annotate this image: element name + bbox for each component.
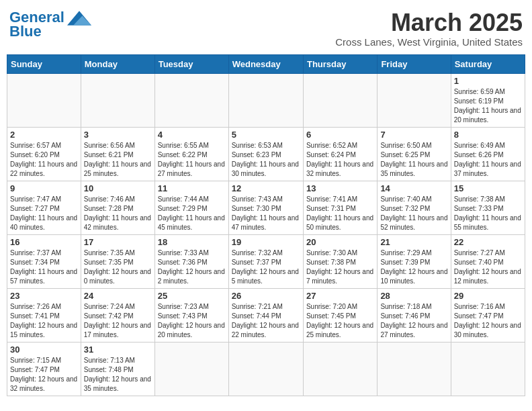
- weekday-header-friday: Friday: [378, 54, 451, 73]
- day-cell: 19Sunrise: 7:32 AM Sunset: 7:37 PM Dayli…: [228, 234, 303, 288]
- day-cell: 4Sunrise: 6:55 AM Sunset: 6:22 PM Daylig…: [154, 127, 228, 181]
- day-cell: 25Sunrise: 7:23 AM Sunset: 7:43 PM Dayli…: [154, 288, 228, 342]
- weekday-header-wednesday: Wednesday: [228, 54, 303, 73]
- day-info: Sunrise: 7:21 AM Sunset: 7:44 PM Dayligh…: [232, 302, 300, 340]
- day-cell: [303, 73, 377, 127]
- logo-icon: [67, 11, 91, 26]
- day-info: Sunrise: 6:56 AM Sunset: 6:21 PM Dayligh…: [84, 141, 152, 179]
- day-number: 4: [158, 130, 226, 140]
- day-cell: [154, 342, 228, 396]
- header: General Blue March 2025 Cross Lanes, Wes…: [7, 7, 525, 50]
- day-number: 11: [158, 183, 226, 193]
- day-cell: 27Sunrise: 7:20 AM Sunset: 7:45 PM Dayli…: [303, 288, 377, 342]
- day-info: Sunrise: 7:38 AM Sunset: 7:33 PM Dayligh…: [454, 195, 522, 232]
- day-cell: 5Sunrise: 6:53 AM Sunset: 6:23 PM Daylig…: [228, 127, 303, 181]
- day-cell: [154, 73, 228, 127]
- day-cell: 26Sunrise: 7:21 AM Sunset: 7:44 PM Dayli…: [228, 288, 303, 342]
- location-title: Cross Lanes, West Virginia, United State…: [335, 36, 523, 48]
- day-info: Sunrise: 7:26 AM Sunset: 7:41 PM Dayligh…: [10, 302, 78, 340]
- day-cell: 24Sunrise: 7:24 AM Sunset: 7:42 PM Dayli…: [81, 288, 154, 342]
- weekday-header-sunday: Sunday: [7, 54, 81, 73]
- weekday-header-row: SundayMondayTuesdayWednesdayThursdayFrid…: [7, 54, 525, 73]
- weekday-header-tuesday: Tuesday: [154, 54, 228, 73]
- day-number: 5: [232, 130, 300, 140]
- day-info: Sunrise: 7:47 AM Sunset: 7:27 PM Dayligh…: [10, 195, 78, 232]
- day-cell: 10Sunrise: 7:46 AM Sunset: 7:28 PM Dayli…: [81, 181, 154, 234]
- day-number: 15: [454, 183, 522, 193]
- day-info: Sunrise: 7:13 AM Sunset: 7:48 PM Dayligh…: [84, 356, 152, 394]
- day-cell: [378, 342, 451, 396]
- day-info: Sunrise: 7:32 AM Sunset: 7:37 PM Dayligh…: [232, 248, 300, 286]
- day-number: 10: [84, 183, 152, 193]
- day-info: Sunrise: 7:16 AM Sunset: 7:47 PM Dayligh…: [454, 302, 522, 340]
- day-info: Sunrise: 7:44 AM Sunset: 7:29 PM Dayligh…: [158, 195, 226, 232]
- day-cell: [378, 73, 451, 127]
- day-number: 28: [380, 291, 447, 301]
- day-number: 29: [454, 291, 522, 301]
- day-number: 25: [158, 291, 226, 301]
- day-cell: [228, 73, 303, 127]
- day-info: Sunrise: 7:33 AM Sunset: 7:36 PM Dayligh…: [158, 248, 226, 286]
- day-cell: 21Sunrise: 7:29 AM Sunset: 7:39 PM Dayli…: [378, 234, 451, 288]
- day-cell: 2Sunrise: 6:57 AM Sunset: 6:20 PM Daylig…: [7, 127, 81, 181]
- day-info: Sunrise: 7:27 AM Sunset: 7:40 PM Dayligh…: [454, 248, 522, 286]
- day-number: 3: [84, 130, 152, 140]
- day-cell: [81, 73, 154, 127]
- day-number: 1: [454, 76, 522, 86]
- day-info: Sunrise: 7:20 AM Sunset: 7:45 PM Dayligh…: [306, 302, 374, 340]
- day-info: Sunrise: 7:29 AM Sunset: 7:39 PM Dayligh…: [380, 248, 447, 286]
- day-number: 6: [306, 130, 374, 140]
- day-cell: 28Sunrise: 7:18 AM Sunset: 7:46 PM Dayli…: [378, 288, 451, 342]
- day-number: 7: [380, 130, 447, 140]
- week-row-3: 16Sunrise: 7:37 AM Sunset: 7:34 PM Dayli…: [7, 234, 525, 288]
- day-cell: [228, 342, 303, 396]
- day-cell: 6Sunrise: 6:52 AM Sunset: 6:24 PM Daylig…: [303, 127, 377, 181]
- week-row-1: 2Sunrise: 6:57 AM Sunset: 6:20 PM Daylig…: [7, 127, 525, 181]
- day-info: Sunrise: 6:57 AM Sunset: 6:20 PM Dayligh…: [10, 141, 78, 179]
- day-number: 19: [232, 237, 300, 247]
- weekday-header-thursday: Thursday: [303, 54, 377, 73]
- weekday-header-monday: Monday: [81, 54, 154, 73]
- day-number: 17: [84, 237, 152, 247]
- day-number: 27: [306, 291, 374, 301]
- day-cell: 31Sunrise: 7:13 AM Sunset: 7:48 PM Dayli…: [81, 342, 154, 396]
- day-info: Sunrise: 7:18 AM Sunset: 7:46 PM Dayligh…: [380, 302, 447, 340]
- day-cell: 20Sunrise: 7:30 AM Sunset: 7:38 PM Dayli…: [303, 234, 377, 288]
- day-cell: [303, 342, 377, 396]
- day-cell: 17Sunrise: 7:35 AM Sunset: 7:35 PM Dayli…: [81, 234, 154, 288]
- day-cell: 23Sunrise: 7:26 AM Sunset: 7:41 PM Dayli…: [7, 288, 81, 342]
- day-cell: 13Sunrise: 7:41 AM Sunset: 7:31 PM Dayli…: [303, 181, 377, 234]
- day-number: 23: [10, 291, 78, 301]
- day-number: 8: [454, 130, 522, 140]
- day-info: Sunrise: 7:24 AM Sunset: 7:42 PM Dayligh…: [84, 302, 152, 340]
- weekday-header-saturday: Saturday: [451, 54, 525, 73]
- day-number: 31: [84, 345, 152, 355]
- day-number: 2: [10, 130, 78, 140]
- month-title: March 2025: [335, 9, 523, 36]
- day-cell: 9Sunrise: 7:47 AM Sunset: 7:27 PM Daylig…: [7, 181, 81, 234]
- day-number: 30: [10, 345, 78, 355]
- day-number: 12: [232, 183, 300, 193]
- day-number: 21: [380, 237, 447, 247]
- day-cell: 29Sunrise: 7:16 AM Sunset: 7:47 PM Dayli…: [451, 288, 525, 342]
- day-cell: 14Sunrise: 7:40 AM Sunset: 7:32 PM Dayli…: [378, 181, 451, 234]
- week-row-0: 1Sunrise: 6:59 AM Sunset: 6:19 PM Daylig…: [7, 73, 525, 127]
- day-cell: 16Sunrise: 7:37 AM Sunset: 7:34 PM Dayli…: [7, 234, 81, 288]
- day-cell: 12Sunrise: 7:43 AM Sunset: 7:30 PM Dayli…: [228, 181, 303, 234]
- title-area: March 2025 Cross Lanes, West Virginia, U…: [335, 9, 523, 48]
- day-number: 26: [232, 291, 300, 301]
- day-cell: 3Sunrise: 6:56 AM Sunset: 6:21 PM Daylig…: [81, 127, 154, 181]
- day-cell: [451, 342, 525, 396]
- week-row-4: 23Sunrise: 7:26 AM Sunset: 7:41 PM Dayli…: [7, 288, 525, 342]
- day-info: Sunrise: 7:37 AM Sunset: 7:34 PM Dayligh…: [10, 248, 78, 286]
- day-info: Sunrise: 7:43 AM Sunset: 7:30 PM Dayligh…: [232, 195, 300, 232]
- day-info: Sunrise: 6:49 AM Sunset: 6:26 PM Dayligh…: [454, 141, 522, 179]
- day-info: Sunrise: 6:59 AM Sunset: 6:19 PM Dayligh…: [454, 87, 522, 125]
- day-number: 16: [10, 237, 78, 247]
- week-row-5: 30Sunrise: 7:15 AM Sunset: 7:47 PM Dayli…: [7, 342, 525, 396]
- day-info: Sunrise: 6:52 AM Sunset: 6:24 PM Dayligh…: [306, 141, 374, 179]
- day-number: 14: [380, 183, 447, 193]
- day-info: Sunrise: 7:23 AM Sunset: 7:43 PM Dayligh…: [158, 302, 226, 340]
- logo: General Blue: [9, 9, 91, 40]
- day-number: 9: [10, 183, 78, 193]
